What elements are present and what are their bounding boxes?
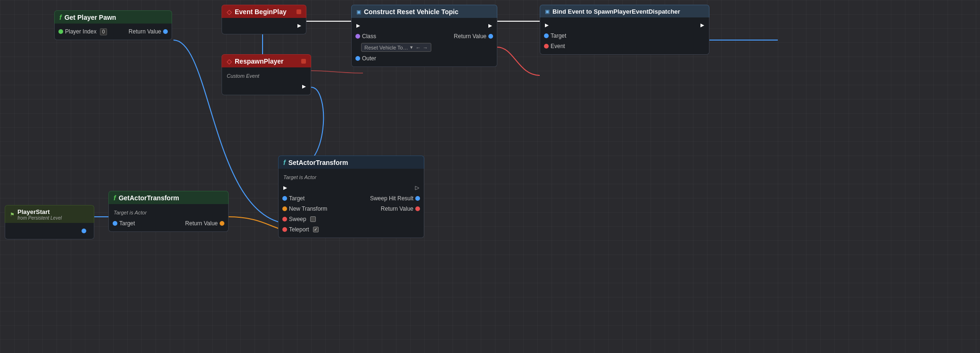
node-header: ◇ Event BeginPlay (222, 5, 306, 18)
close-button[interactable] (296, 9, 301, 14)
dropdown-arrow: ▾ (410, 44, 413, 50)
node-title: GetActorTransform (119, 194, 179, 202)
arrow-left: ← (416, 45, 421, 50)
node-header: ▣ Construct Reset Vehicle Topic (351, 5, 497, 18)
output-pin[interactable] (82, 229, 86, 233)
node-body: Target Event (540, 17, 709, 55)
node-set-actor-transform[interactable]: f SetActorTransform Target is Actor Targ… (278, 156, 424, 238)
target-pin[interactable] (282, 196, 287, 201)
teleport-checkbox[interactable] (313, 227, 319, 232)
svg-marker-6 (283, 186, 287, 190)
node-header: f GetActorTransform (108, 191, 229, 204)
svg-marker-1 (356, 24, 360, 28)
exec-out-pin[interactable] (487, 23, 493, 29)
node-title: Get Player Pawn (65, 14, 116, 21)
return-value-pin[interactable] (163, 29, 168, 34)
event-row: Event (540, 41, 709, 51)
function-icon: f (114, 194, 116, 202)
target-return-row: Target Return Value (109, 218, 228, 229)
svg-marker-5 (302, 85, 306, 89)
exec-in-pin[interactable] (282, 185, 288, 191)
node-body: Class Return Value Reset Vehicle To… ▾ ←… (351, 18, 497, 67)
class-dropdown[interactable]: Reset Vehicle To… ▾ ← → (361, 43, 431, 52)
node-get-player-pawn[interactable]: f Get Player Pawn Player Index 0 Return … (54, 10, 172, 40)
svg-marker-0 (297, 24, 301, 28)
node-respawn-player[interactable]: ◇ RespawnPlayer Custom Event (222, 54, 311, 95)
event-pin[interactable] (544, 44, 549, 49)
subtitle-row: Target is Actor (279, 172, 424, 183)
sweep-pin[interactable] (282, 217, 287, 222)
return-value-pin[interactable] (415, 206, 420, 211)
actor-icon: ⚑ (10, 212, 15, 218)
node-body: Target is Actor Target Return Value (108, 204, 229, 232)
target-label: Target (289, 195, 305, 202)
node-bind-event-spawn-player[interactable]: ▣ Bind Event to SpawnPlayerEventDispatch… (540, 5, 709, 55)
return-value-pin[interactable] (220, 221, 224, 226)
node-body (222, 18, 306, 34)
exec-out-pin[interactable] (414, 185, 420, 191)
node-title: PlayerStart (17, 208, 62, 215)
event-label: Event (551, 43, 565, 49)
event-icon: ◇ (227, 8, 232, 16)
node-body: Player Index 0 Return Value (54, 24, 172, 40)
node-header: f SetActorTransform (278, 156, 424, 169)
return-value-label: Return Value (381, 205, 413, 212)
exec-out-pin[interactable] (296, 23, 302, 29)
node-title: SetActorTransform (288, 159, 348, 166)
node-header: ▣ Bind Event to SpawnPlayerEventDispatch… (540, 5, 709, 17)
close-button[interactable] (301, 59, 306, 64)
node-title: RespawnPlayer (235, 57, 284, 65)
node-header: ◇ RespawnPlayer (222, 54, 311, 67)
node-event-begin-play[interactable]: ◇ Event BeginPlay (222, 5, 306, 34)
node-player-start[interactable]: ⚑ PlayerStart from Persistent Level (5, 205, 94, 239)
target-pin[interactable] (113, 221, 117, 226)
arrow-right: → (423, 45, 428, 50)
class-pin[interactable] (355, 34, 360, 39)
teleport-pin[interactable] (282, 227, 287, 232)
node-get-actor-transform[interactable]: f GetActorTransform Target is Actor Targ… (108, 191, 229, 232)
node-subtitle: from Persistent Level (17, 215, 62, 221)
svg-marker-3 (545, 24, 549, 27)
class-label: Class (362, 33, 376, 40)
svg-marker-7 (415, 186, 419, 190)
target-pin[interactable] (544, 33, 549, 38)
class-value: Reset Vehicle To… (364, 45, 408, 50)
exec-row (352, 21, 497, 31)
player-index-row: Player Index 0 Return Value (55, 26, 172, 37)
construct-icon: ▣ (356, 9, 361, 15)
node-body: Target is Actor Target Sweep Hit Result (278, 169, 424, 238)
function-icon: f (283, 159, 286, 166)
node-subtitle: Custom Event (227, 73, 259, 79)
teleport-label: Teleport (289, 226, 309, 233)
exec-row (279, 183, 424, 193)
return-value-label: Return Value (454, 33, 486, 40)
outer-pin[interactable] (355, 56, 360, 61)
return-value-label: Return Value (129, 28, 161, 35)
player-index-label: Player Index (65, 28, 97, 35)
sweep-checkbox[interactable] (310, 216, 316, 222)
function-icon: f (59, 14, 62, 21)
exec-in-pin[interactable] (355, 23, 361, 29)
teleport-row: Teleport (279, 224, 424, 235)
node-subtitle: Target is Actor (114, 210, 147, 215)
node-construct-reset-vehicle-topic[interactable]: ▣ Construct Reset Vehicle Topic Class Re… (351, 5, 497, 67)
node-header: f Get Player Pawn (54, 10, 172, 24)
target-sweep-row: Target Sweep Hit Result (279, 193, 424, 204)
new-transform-pin[interactable] (282, 206, 287, 211)
return-value-pin[interactable] (488, 34, 493, 39)
player-index-pin[interactable] (58, 29, 63, 34)
exec-out-row (222, 82, 311, 92)
outer-row: Outer (352, 53, 497, 64)
event-icon: ◇ (227, 57, 232, 65)
node-body: Custom Event (222, 67, 311, 95)
node-subtitle: Target is Actor (283, 174, 316, 180)
subtitle-row: Target is Actor (109, 207, 228, 218)
subtitle-row: Custom Event (222, 70, 311, 82)
exec-in-pin[interactable] (544, 23, 550, 28)
svg-marker-2 (488, 24, 492, 28)
exec-out-pin[interactable] (700, 23, 705, 28)
return-value-label: Return Value (185, 220, 218, 227)
exec-out-pin[interactable] (301, 84, 307, 90)
sweep-hit-result-pin[interactable] (415, 196, 420, 201)
node-header: ⚑ PlayerStart from Persistent Level (5, 205, 94, 223)
